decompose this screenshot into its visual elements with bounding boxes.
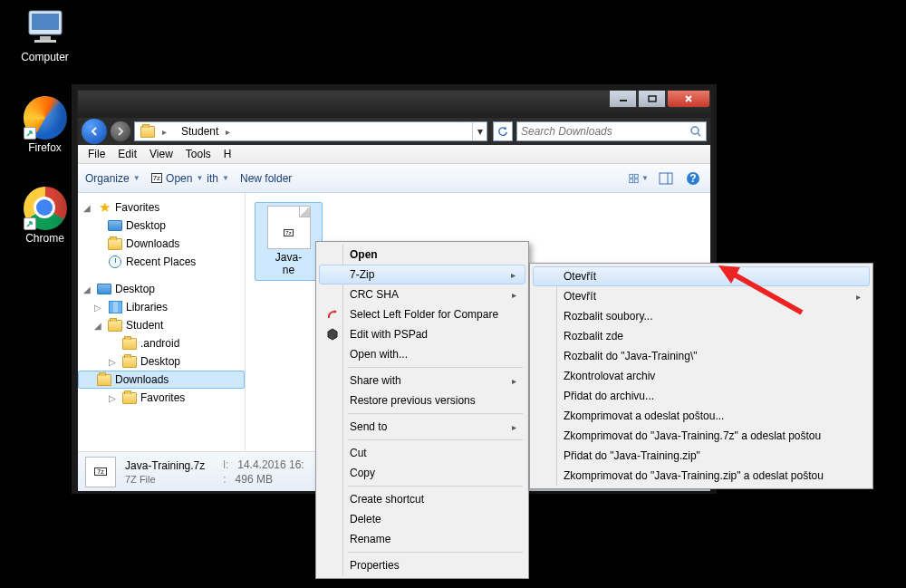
nav-user-favorites[interactable]: ▷Favorites bbox=[78, 389, 245, 407]
svg-line-7 bbox=[698, 133, 700, 136]
sevenzip-icon: 7z bbox=[151, 173, 162, 183]
nav-desktop-root[interactable]: ◢Desktop bbox=[78, 280, 245, 298]
file-label: Java-ne bbox=[258, 251, 319, 277]
ctx-7z-extract-files[interactable]: Rozbalit soubory... bbox=[533, 306, 870, 326]
refresh-button[interactable] bbox=[493, 121, 513, 141]
ctx-create-shortcut[interactable]: Create shortcut bbox=[319, 489, 525, 509]
ctx-7z-test[interactable]: Zkontrolovat archiv bbox=[533, 366, 870, 386]
organize-button[interactable]: Organize▼ bbox=[85, 172, 140, 185]
ctx-send-to[interactable]: Send to▸ bbox=[319, 417, 525, 437]
close-button[interactable] bbox=[667, 91, 710, 108]
ctx-open[interactable]: Open bbox=[319, 245, 525, 265]
chevron-right-icon: ▸ bbox=[222, 127, 234, 137]
expand-icon[interactable]: ▷ bbox=[109, 393, 119, 403]
folder-icon bbox=[97, 372, 111, 387]
nav-android[interactable]: .android bbox=[78, 334, 245, 352]
ctx-restore[interactable]: Restore previous versions bbox=[319, 390, 525, 410]
nav-favorites[interactable]: ◢★Favorites bbox=[78, 198, 245, 217]
titlebar[interactable] bbox=[78, 91, 710, 118]
nav-libraries[interactable]: ▷Libraries bbox=[78, 298, 245, 316]
libraries-icon bbox=[108, 300, 122, 314]
file-item-java-training[interactable]: 7z Java-ne bbox=[255, 202, 323, 281]
nav-user-downloads[interactable]: Downloads bbox=[78, 371, 245, 389]
ctx-7z-extract-here[interactable]: Rozbalit zde bbox=[533, 326, 870, 346]
collapse-icon[interactable]: ◢ bbox=[83, 284, 93, 294]
pspad-icon bbox=[325, 327, 340, 342]
ctx-7z-add-zip[interactable]: Přidat do "Java-Training.zip" bbox=[533, 446, 870, 466]
details-size: 496 MB bbox=[236, 473, 273, 486]
nav-fav-downloads[interactable]: Downloads bbox=[78, 235, 245, 253]
desktop-icon-computer[interactable]: Computer bbox=[11, 5, 79, 63]
view-mode-button[interactable]: ▼ bbox=[629, 169, 649, 188]
menu-help[interactable]: H bbox=[217, 146, 238, 162]
details-filename: Java-Training.7z bbox=[125, 459, 205, 472]
breadcrumb-root[interactable]: ▸ bbox=[135, 122, 176, 140]
navigation-pane[interactable]: ◢★Favorites Desktop Downloads Recent Pla… bbox=[78, 193, 246, 451]
ctx-pspad[interactable]: Edit with PSPad bbox=[319, 324, 525, 344]
compare-icon bbox=[325, 307, 340, 322]
ctx-7z-extract-to[interactable]: Rozbalit do "Java-Training\" bbox=[533, 346, 870, 366]
collapse-icon[interactable]: ◢ bbox=[94, 321, 104, 331]
shortcut-overlay-icon bbox=[24, 127, 36, 140]
collapse-icon[interactable]: ◢ bbox=[83, 203, 93, 213]
ctx-7z-open[interactable]: Otevřít bbox=[533, 266, 870, 286]
expand-icon[interactable]: ▷ bbox=[94, 303, 104, 313]
breadcrumb[interactable]: ▸ Student▸ ▾ bbox=[134, 121, 487, 141]
ctx-7z-compress-email[interactable]: Zkomprimovat a odeslat poštou... bbox=[533, 406, 870, 426]
svg-text:?: ? bbox=[689, 172, 696, 185]
nav-student[interactable]: ◢Student bbox=[78, 316, 245, 334]
ctx-7zip[interactable]: 7-Zip▸ bbox=[319, 265, 525, 284]
expand-icon[interactable]: ▷ bbox=[109, 357, 119, 367]
svg-rect-8 bbox=[630, 174, 633, 178]
menu-edit[interactable]: Edit bbox=[111, 146, 143, 162]
details-date: 14.4.2016 16: bbox=[237, 458, 304, 471]
ctx-rename[interactable]: Rename bbox=[319, 529, 525, 549]
chevron-down-icon: ▼ bbox=[641, 174, 649, 182]
ctx-cut[interactable]: Cut bbox=[319, 443, 525, 463]
ctx-open-with[interactable]: Open with... bbox=[319, 344, 525, 364]
ctx-7z-compress-zip-email[interactable]: Zkomprimovat do "Java-Training.zip" a od… bbox=[533, 466, 870, 486]
ctx-properties[interactable]: Properties bbox=[319, 555, 525, 575]
svg-rect-11 bbox=[634, 178, 638, 182]
menu-view[interactable]: View bbox=[143, 146, 179, 162]
search-field[interactable] bbox=[521, 125, 686, 138]
maximize-button[interactable] bbox=[638, 91, 666, 108]
folder-icon bbox=[108, 236, 122, 251]
new-folder-button[interactable]: New folder bbox=[240, 172, 292, 185]
details-date-label: l: bbox=[223, 458, 228, 471]
ctx-7z-compress-7z-email[interactable]: Zkomprimovat do "Java-Training.7z" a ode… bbox=[533, 426, 870, 446]
ctx-copy[interactable]: Copy bbox=[319, 463, 525, 483]
ctx-delete[interactable]: Delete bbox=[319, 509, 525, 529]
desktop-icon-chrome[interactable]: Chrome bbox=[11, 187, 79, 245]
search-input[interactable] bbox=[516, 121, 707, 141]
menu-file[interactable]: File bbox=[82, 146, 111, 162]
desktop-icon-firefox[interactable]: Firefox bbox=[11, 96, 79, 154]
ctx-crc[interactable]: CRC SHA▸ bbox=[319, 284, 525, 304]
nav-fav-desktop[interactable]: Desktop bbox=[78, 217, 245, 235]
desktop-icon-label: Computer bbox=[11, 51, 79, 63]
sevenzip-file-icon: 7z bbox=[85, 457, 116, 487]
desktop-icon-label: Chrome bbox=[11, 232, 79, 245]
sevenzip-file-icon: 7z bbox=[267, 206, 311, 249]
ctx-select-left[interactable]: Select Left Folder for Compare bbox=[319, 304, 525, 324]
folder-icon bbox=[122, 390, 137, 405]
ctx-7z-open-as[interactable]: Otevřít▸ bbox=[533, 286, 870, 306]
back-button[interactable] bbox=[82, 119, 107, 144]
ctx-7z-add-archive[interactable]: Přidat do archivu... bbox=[533, 386, 870, 406]
breadcrumb-dropdown[interactable]: ▾ bbox=[472, 122, 487, 140]
folder-icon bbox=[140, 126, 155, 138]
preview-pane-button[interactable] bbox=[656, 169, 676, 188]
minimize-button[interactable] bbox=[609, 91, 637, 108]
folder-icon bbox=[122, 354, 137, 369]
svg-rect-10 bbox=[630, 178, 633, 182]
folder-icon bbox=[122, 336, 137, 351]
open-button[interactable]: 7z Open▼ ith▼ bbox=[151, 172, 229, 185]
ctx-share-with[interactable]: Share with▸ bbox=[319, 371, 525, 390]
help-button[interactable]: ? bbox=[683, 169, 703, 188]
breadcrumb-segment[interactable]: Student▸ bbox=[176, 122, 239, 140]
menu-tools[interactable]: Tools bbox=[179, 146, 217, 162]
nav-fav-recent[interactable]: Recent Places bbox=[78, 253, 245, 271]
nav-user-desktop[interactable]: ▷Desktop bbox=[78, 352, 245, 371]
details-filetype: 7Z File bbox=[125, 474, 205, 485]
forward-button[interactable] bbox=[111, 121, 130, 141]
